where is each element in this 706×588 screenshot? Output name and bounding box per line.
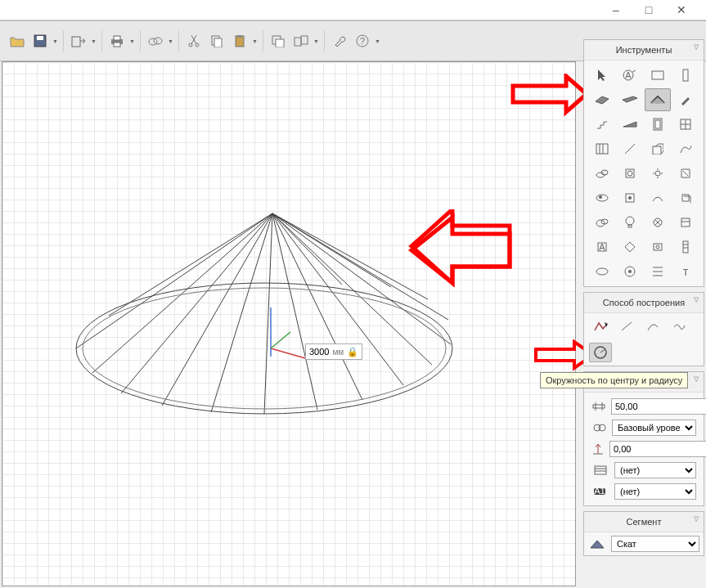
thickness-input[interactable] bbox=[611, 398, 706, 415]
tool-slab[interactable] bbox=[589, 88, 615, 111]
tool-r8d[interactable] bbox=[672, 236, 699, 258]
tool-select[interactable] bbox=[589, 64, 615, 87]
hatch-select[interactable]: (нет) bbox=[614, 462, 696, 478]
svg-rect-11 bbox=[214, 38, 222, 47]
svg-point-59 bbox=[655, 171, 660, 176]
cloud-dropdown[interactable]: ▼ bbox=[168, 38, 174, 44]
group-button[interactable] bbox=[290, 30, 312, 52]
level-select[interactable]: Базовый урове bbox=[612, 420, 696, 436]
tool-lamp[interactable] bbox=[645, 162, 671, 185]
tool-r7c[interactable] bbox=[645, 211, 671, 234]
viewport[interactable]: 3000 мм 🔒 bbox=[2, 61, 576, 586]
copy-button[interactable] bbox=[206, 30, 227, 52]
tool-stairs[interactable] bbox=[589, 113, 615, 136]
group-dropdown[interactable]: ▼ bbox=[313, 38, 320, 44]
tool-roof[interactable] bbox=[645, 88, 671, 111]
mode-spline[interactable] bbox=[668, 316, 690, 336]
svg-point-79 bbox=[625, 267, 635, 276]
help-button[interactable]: ? bbox=[352, 30, 373, 52]
svg-line-53 bbox=[625, 144, 635, 154]
open-button[interactable] bbox=[7, 30, 28, 52]
tool-opening[interactable] bbox=[645, 137, 671, 160]
tool-mesh[interactable] bbox=[589, 162, 615, 185]
label-icon: A1 bbox=[591, 484, 609, 499]
svg-line-36 bbox=[109, 213, 272, 316]
tool-beam[interactable] bbox=[617, 88, 643, 111]
tool-r8c[interactable] bbox=[645, 236, 671, 258]
mode-circle[interactable] bbox=[589, 343, 612, 362]
tool-r9a[interactable] bbox=[589, 260, 615, 283]
mode-polyline[interactable] bbox=[589, 316, 612, 336]
svg-rect-85 bbox=[593, 405, 605, 408]
svg-rect-13 bbox=[237, 35, 242, 38]
tool-text-t[interactable]: T bbox=[672, 260, 699, 283]
params-panel: Параметры▽ мм Базовый урове мм (нет) A bbox=[583, 371, 704, 506]
maximize-button[interactable]: □ bbox=[632, 3, 665, 16]
svg-text:A: A bbox=[599, 242, 605, 252]
print-button[interactable] bbox=[106, 30, 128, 52]
tool-morph[interactable] bbox=[672, 137, 699, 160]
wrench-button[interactable] bbox=[329, 30, 350, 52]
save-button[interactable] bbox=[29, 30, 51, 52]
svg-rect-57 bbox=[626, 169, 634, 177]
tool-column[interactable] bbox=[672, 64, 699, 87]
tool-ramp[interactable] bbox=[617, 113, 643, 136]
save-dropdown[interactable]: ▼ bbox=[52, 38, 59, 44]
svg-rect-47 bbox=[681, 119, 690, 129]
mode-arc[interactable] bbox=[641, 316, 664, 336]
svg-point-68 bbox=[654, 218, 662, 227]
tool-text[interactable]: A bbox=[617, 64, 643, 87]
tool-zone[interactable] bbox=[672, 162, 699, 185]
tool-r8a[interactable]: A bbox=[589, 236, 615, 258]
paste-dropdown[interactable]: ▼ bbox=[252, 38, 259, 44]
cut-button[interactable] bbox=[183, 30, 205, 52]
tool-r6c[interactable] bbox=[645, 186, 671, 209]
svg-rect-50 bbox=[596, 144, 608, 154]
svg-line-40 bbox=[271, 332, 290, 348]
tool-r6a[interactable] bbox=[589, 186, 615, 209]
svg-line-21 bbox=[76, 213, 272, 348]
tool-r9b[interactable] bbox=[617, 260, 643, 283]
collapse-icon[interactable]: ▽ bbox=[694, 43, 699, 51]
paste-button[interactable] bbox=[229, 30, 250, 52]
label-select[interactable]: (нет) bbox=[614, 483, 696, 500]
param-level-row: Базовый урове bbox=[587, 417, 700, 438]
tool-r7a[interactable] bbox=[589, 211, 615, 234]
close-button[interactable]: ✕ bbox=[665, 3, 698, 16]
svg-text:?: ? bbox=[360, 36, 365, 46]
layers-button[interactable] bbox=[268, 30, 289, 52]
tool-object[interactable] bbox=[617, 162, 643, 185]
collapse-icon[interactable]: ▽ bbox=[694, 515, 699, 523]
svg-point-66 bbox=[626, 217, 634, 225]
svg-line-82 bbox=[622, 322, 632, 330]
mode-panel-title: Способ построения▽ bbox=[584, 293, 704, 313]
dimension-input[interactable]: 3000 мм 🔒 bbox=[305, 343, 362, 360]
tool-door[interactable] bbox=[645, 113, 671, 136]
help-dropdown[interactable]: ▼ bbox=[375, 38, 381, 44]
svg-line-25 bbox=[211, 213, 272, 412]
collapse-icon[interactable]: ▽ bbox=[694, 375, 699, 383]
tool-pencil[interactable] bbox=[672, 88, 699, 111]
export-dropdown[interactable]: ▼ bbox=[91, 38, 97, 44]
tool-r7d[interactable] bbox=[672, 211, 699, 234]
tool-bulb[interactable] bbox=[617, 211, 643, 234]
offset-input[interactable] bbox=[609, 441, 706, 457]
svg-rect-73 bbox=[654, 244, 662, 250]
lock-icon: 🔒 bbox=[347, 347, 358, 357]
tool-r6b[interactable] bbox=[617, 186, 643, 209]
tool-r6d[interactable] bbox=[672, 186, 699, 209]
export-button[interactable] bbox=[68, 30, 89, 52]
mode-line[interactable] bbox=[615, 316, 638, 336]
cloud-button[interactable] bbox=[145, 30, 166, 52]
tool-wall[interactable] bbox=[645, 64, 671, 87]
tool-curtain[interactable] bbox=[589, 137, 615, 160]
tool-line[interactable] bbox=[617, 137, 643, 160]
tool-r9c[interactable] bbox=[645, 260, 671, 283]
tool-r8b[interactable] bbox=[617, 236, 643, 258]
mode-panel: Способ построения▽ bbox=[583, 292, 704, 366]
collapse-icon[interactable]: ▽ bbox=[694, 296, 699, 303]
segment-select[interactable]: Скат bbox=[611, 536, 699, 552]
print-dropdown[interactable]: ▼ bbox=[129, 38, 136, 44]
minimize-button[interactable]: – bbox=[600, 3, 632, 16]
tool-window[interactable] bbox=[672, 113, 699, 136]
